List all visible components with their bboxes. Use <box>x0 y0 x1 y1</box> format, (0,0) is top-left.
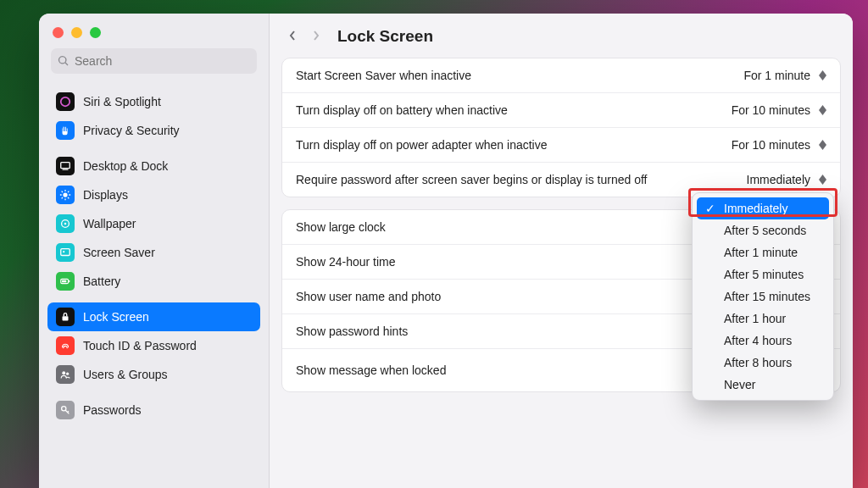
row-label: Show user name and photo <box>296 290 441 303</box>
search-field[interactable] <box>51 48 257 74</box>
dropdown-option[interactable]: After 5 minutes <box>697 263 829 286</box>
settings-window: Siri & SpotlightPrivacy & SecurityDeskto… <box>39 14 853 488</box>
page-title: Lock Screen <box>337 27 433 46</box>
zoom-window-button[interactable] <box>90 27 101 38</box>
dock-icon <box>56 157 75 175</box>
svg-point-3 <box>63 192 67 197</box>
svg-point-20 <box>62 371 65 374</box>
close-window-button[interactable] <box>53 27 64 38</box>
svg-rect-17 <box>69 280 70 283</box>
sidebar-item-passwords[interactable]: Passwords <box>47 396 260 424</box>
row-label: Start Screen Saver when inactive <box>296 69 471 82</box>
toolbar: Lock Screen <box>270 14 853 58</box>
sidebar-item-label: Desktop & Dock <box>83 159 168 173</box>
sidebar-item-displays[interactable]: Displays <box>47 180 260 209</box>
settings-row: Start Screen Saver when inactiveFor 1 mi… <box>282 58 840 93</box>
dropdown-option[interactable]: After 1 hour <box>697 308 829 330</box>
row-label: Show password hints <box>296 324 408 338</box>
dropdown-option[interactable]: ✓Immediately <box>697 197 829 219</box>
sidebar-item-battery[interactable]: Battery <box>47 267 260 296</box>
dropdown-option[interactable]: Never <box>697 374 829 396</box>
svg-point-15 <box>63 251 64 252</box>
settings-row: Require password after screen saver begi… <box>282 163 840 197</box>
search-input[interactable] <box>75 54 250 68</box>
sidebar-nav: Siri & SpotlightPrivacy & SecurityDeskto… <box>39 80 269 424</box>
minimize-window-button[interactable] <box>71 27 82 38</box>
svg-point-21 <box>66 373 69 375</box>
settings-panel-1: Start Screen Saver when inactiveFor 1 mi… <box>281 58 841 197</box>
key-icon <box>56 401 75 419</box>
row-label: Turn display off on battery when inactiv… <box>296 103 508 117</box>
dropdown-option-label: After 8 hours <box>724 356 792 369</box>
row-select[interactable]: For 10 minutes <box>732 103 826 117</box>
require-password-dropdown[interactable]: ✓ImmediatelyAfter 5 secondsAfter 1 minut… <box>692 192 834 401</box>
users-icon <box>56 365 75 384</box>
sidebar-item-siri-spotlight[interactable]: Siri & Spotlight <box>47 87 260 116</box>
row-label: Show 24-hour time <box>296 255 396 269</box>
screensaver-icon <box>56 243 75 262</box>
sidebar-item-label: Siri & Spotlight <box>83 95 161 108</box>
settings-row: Turn display off on battery when inactiv… <box>282 93 840 128</box>
stepper-icon <box>819 175 826 185</box>
svg-line-10 <box>62 197 63 198</box>
sidebar-item-label: Touch ID & Password <box>83 339 197 352</box>
dropdown-option-label: After 4 hours <box>724 334 792 347</box>
dropdown-option-label: Never <box>724 378 755 391</box>
stepper-icon <box>819 70 826 80</box>
dropdown-option-label: After 1 minute <box>724 246 798 259</box>
sidebar-item-users-groups[interactable]: Users & Groups <box>47 360 260 389</box>
row-label: Show large clock <box>296 220 386 234</box>
dropdown-option[interactable]: After 5 seconds <box>697 219 829 241</box>
svg-rect-2 <box>63 169 69 170</box>
back-button[interactable] <box>288 30 297 44</box>
svg-line-8 <box>62 191 63 192</box>
svg-rect-1 <box>61 163 70 169</box>
dropdown-option[interactable]: After 15 minutes <box>697 286 829 308</box>
wallpaper-icon <box>56 214 75 233</box>
sidebar-item-privacy-security[interactable]: Privacy & Security <box>47 116 260 145</box>
sidebar-item-label: Lock Screen <box>83 310 149 324</box>
sidebar-item-label: Wallpaper <box>83 217 136 230</box>
sidebar-item-label: Passwords <box>83 403 141 417</box>
row-select[interactable]: For 10 minutes <box>732 138 826 152</box>
sidebar-item-lock-screen[interactable]: Lock Screen <box>47 302 260 331</box>
svg-rect-18 <box>62 280 66 283</box>
sidebar-item-label: Users & Groups <box>83 368 168 381</box>
hand-icon <box>56 121 75 140</box>
svg-point-13 <box>64 223 67 225</box>
sidebar-item-label: Privacy & Security <box>83 124 180 137</box>
dropdown-option-label: After 1 hour <box>724 312 786 325</box>
select-value: For 1 minute <box>743 69 810 82</box>
row-select[interactable]: For 1 minute <box>743 69 826 82</box>
sidebar-item-label: Displays <box>83 188 128 202</box>
row-select[interactable]: Immediately <box>747 173 826 186</box>
dropdown-option[interactable]: After 4 hours <box>697 330 829 352</box>
row-label: Turn display off on power adapter when i… <box>296 138 548 152</box>
siri-icon <box>56 92 75 111</box>
dropdown-option-label: After 5 seconds <box>724 224 806 237</box>
svg-line-11 <box>68 191 69 192</box>
search-icon <box>58 55 70 67</box>
sidebar: Siri & SpotlightPrivacy & SecurityDeskto… <box>39 14 270 488</box>
stepper-icon <box>819 105 826 115</box>
dropdown-option-label: After 15 minutes <box>724 290 810 303</box>
svg-point-0 <box>61 97 70 107</box>
dropdown-option-label: Immediately <box>724 202 787 215</box>
sidebar-item-desktop-dock[interactable]: Desktop & Dock <box>47 152 260 180</box>
dropdown-option-label: After 5 minutes <box>724 268 804 281</box>
sidebar-item-screen-saver[interactable]: Screen Saver <box>47 238 260 267</box>
svg-line-9 <box>68 197 69 198</box>
sidebar-item-label: Battery <box>83 274 120 288</box>
svg-rect-14 <box>61 249 70 256</box>
sidebar-item-touch-id-password[interactable]: Touch ID & Password <box>47 331 260 360</box>
settings-row: Turn display off on power adapter when i… <box>282 128 840 163</box>
svg-rect-19 <box>63 316 69 320</box>
dropdown-option[interactable]: After 1 minute <box>697 241 829 263</box>
fingerprint-icon <box>56 336 75 355</box>
sun-icon <box>56 186 75 204</box>
main-pane: Lock Screen Start Screen Saver when inac… <box>270 14 853 488</box>
sidebar-item-wallpaper[interactable]: Wallpaper <box>47 209 260 238</box>
select-value: For 10 minutes <box>732 103 810 117</box>
dropdown-option[interactable]: After 8 hours <box>697 352 829 374</box>
check-icon: ✓ <box>705 202 717 215</box>
